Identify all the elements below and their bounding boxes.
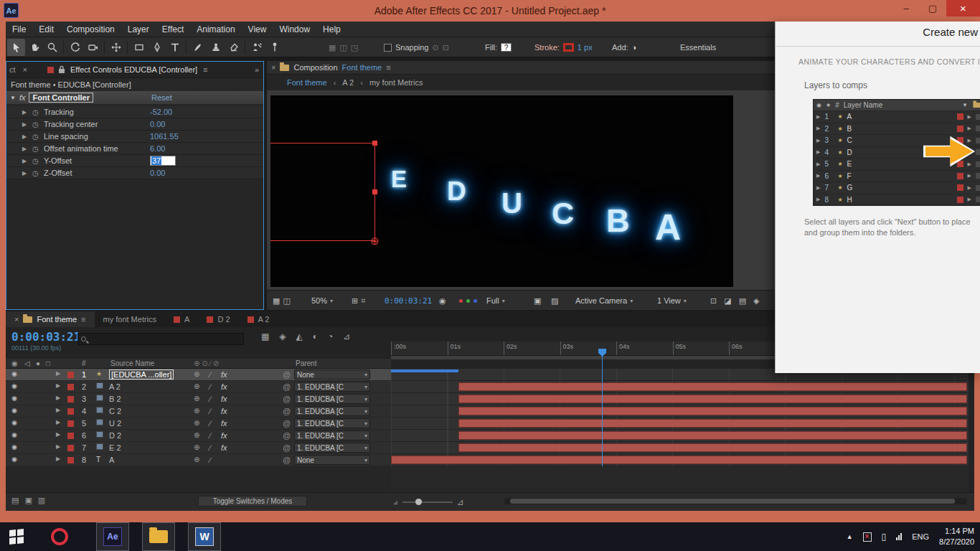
cut-tab[interactable]: ct [9, 65, 16, 74]
mask-visibility-icon[interactable]: ⌗ [361, 296, 365, 306]
quality-switch[interactable]: ∕ [209, 382, 211, 391]
comp-timecode[interactable]: 0:00:03:21 [385, 291, 432, 311]
menu-item[interactable]: Animation [190, 22, 241, 37]
layer-name[interactable]: E 2 [109, 443, 121, 452]
graph-editor-icon[interactable]: ⊿ [343, 331, 350, 342]
label-color-swatch[interactable] [67, 384, 74, 390]
selection-tool[interactable] [7, 39, 25, 56]
twirl-icon[interactable]: ▶ [816, 126, 820, 131]
menu-item[interactable]: Edit [32, 22, 60, 37]
parent-pickwhip-icon[interactable]: @ [283, 443, 291, 452]
parent-dropdown[interactable]: 1. EDUCBA [C▾ [294, 406, 370, 416]
property-value[interactable]: -52.00 [150, 108, 172, 116]
layer-name[interactable]: [EDUCBA ...oller] [109, 370, 174, 379]
collapse-switch[interactable]: ⊕ [194, 419, 199, 427]
layer-row[interactable]: ◉ ▶ 3 B 2 ⊕ ∕ fx @ 1. EDUCBA [C▾ [6, 393, 391, 405]
type-tool[interactable] [166, 39, 184, 56]
close-tab-icon[interactable]: × [271, 63, 275, 72]
layer-row[interactable]: ◉ ▶ 5 U 2 ⊕ ∕ fx @ 1. EDUCBA [C▾ [6, 418, 391, 430]
label-color-swatch[interactable] [67, 445, 74, 451]
property-value[interactable]: 0.00 [150, 120, 165, 128]
visibility-toggle[interactable]: ◉ [11, 407, 17, 414]
timeline-tab[interactable]: A [165, 311, 198, 327]
layer-3-bar[interactable] [458, 395, 967, 403]
world-axis-icon[interactable]: ◫ [339, 43, 347, 52]
layer-name[interactable]: E [847, 160, 953, 168]
flowchart-icon[interactable]: ▦ [273, 296, 280, 306]
panel-menu-icon[interactable]: ≡ [81, 315, 85, 324]
twirl-down-icon[interactable]: ▼ [10, 95, 16, 101]
close-button[interactable]: × [946, 0, 980, 17]
twirl-icon[interactable]: ▶ [56, 419, 60, 425]
horizontal-scrollbar-thumb[interactable] [510, 499, 955, 504]
twirl-icon[interactable]: ▶ [22, 170, 27, 176]
effect-name[interactable]: Font Controller [29, 93, 93, 103]
layer-row[interactable]: ◉ ▶ 1 ★ [EDUCBA ...oller] ⊕ ∕ fx @ None▾ [6, 369, 391, 381]
fx-switch[interactable]: fx [221, 395, 227, 403]
composition-canvas[interactable]: EDUCBA ⊕ [270, 95, 733, 287]
screen-icon[interactable]: ◫ [283, 296, 290, 306]
twirl-icon[interactable]: ▶ [816, 114, 820, 120]
twirl-icon[interactable]: ▶ [968, 114, 971, 120]
panel-menu-icon[interactable]: ≡ [203, 65, 207, 74]
color-channels-icon[interactable] [459, 291, 478, 311]
source-name-column-header[interactable]: Source Name [110, 359, 154, 367]
twirl-icon[interactable]: ▶ [22, 109, 27, 116]
word-taskbar-button[interactable]: W [188, 522, 221, 551]
menu-item[interactable]: Layer [121, 22, 156, 37]
parent-dropdown[interactable]: 1. EDUCBA [C▾ [294, 382, 370, 392]
parent-pickwhip-icon[interactable]: @ [283, 382, 291, 391]
parent-dropdown[interactable]: None▾ [294, 369, 370, 380]
quality-switch[interactable]: ∕ [209, 407, 211, 415]
parent-dropdown[interactable]: 1. EDUCBA [C▾ [294, 430, 370, 441]
fx-switch[interactable]: fx [221, 443, 227, 452]
label-color-swatch[interactable] [67, 433, 74, 439]
visibility-toggle[interactable]: ◉ [11, 395, 17, 402]
twirl-icon[interactable]: ▶ [56, 431, 60, 438]
parent-pickwhip-icon[interactable]: @ [283, 407, 291, 415]
panel-tab-title[interactable]: Effect Controls EDUCBA [Controller] [70, 65, 197, 74]
breadcrumb-item[interactable]: A 2 [334, 78, 354, 87]
fill-swatch[interactable]: ? [501, 43, 512, 52]
quality-switch[interactable]: ∕ [209, 443, 211, 452]
label-color-swatch[interactable] [67, 396, 74, 402]
layer-6-bar[interactable] [458, 431, 967, 440]
label-color-swatch[interactable] [47, 67, 54, 73]
stopwatch-icon[interactable]: ◷ [32, 145, 39, 153]
twirl-icon[interactable]: ▶ [22, 146, 27, 152]
visibility-toggle[interactable]: ◉ [11, 443, 17, 451]
parent-dropdown[interactable]: 1. EDUCBA [C▾ [294, 443, 370, 453]
roi-icon[interactable]: ▣ [534, 291, 541, 311]
overflow-icon[interactable]: » [255, 65, 259, 74]
resolution-dropdown[interactable]: Full▾ [486, 291, 505, 311]
property-value[interactable]: 6.00 [150, 144, 165, 153]
flow-icon[interactable]: ◈ [753, 296, 759, 306]
parent-dropdown[interactable]: None▾ [294, 455, 370, 465]
twirl-icon[interactable]: ▶ [816, 138, 820, 143]
hand-tool[interactable] [25, 39, 43, 56]
collapse-switch[interactable]: ⊕ [194, 395, 199, 402]
selection-handle[interactable] [372, 141, 377, 146]
zoom-in-mountain-icon[interactable]: ⊿ [457, 497, 464, 507]
volume-icon[interactable] [896, 533, 902, 540]
stopwatch-icon[interactable]: ◷ [32, 157, 39, 165]
twirl-icon[interactable]: ▶ [968, 161, 971, 167]
stroke-swatch[interactable] [563, 43, 574, 52]
label-color-swatch[interactable] [67, 457, 74, 463]
visibility-toggle[interactable]: ◉ [11, 382, 17, 390]
proxy-icon[interactable]: ▣ [24, 496, 32, 505]
menu-item[interactable]: Window [273, 22, 316, 37]
minimize-button[interactable]: – [894, 0, 918, 17]
composition-tab-name[interactable]: Font theme [342, 63, 382, 72]
twirl-icon[interactable]: ▶ [968, 138, 971, 143]
timeline-icon[interactable]: ▤ [739, 296, 746, 306]
layer-name[interactable]: B [847, 125, 953, 133]
twirl-icon[interactable]: ▶ [56, 443, 60, 450]
parent-pickwhip-icon[interactable]: @ [283, 395, 291, 403]
panel-menu-icon[interactable]: ≡ [386, 63, 390, 72]
visibility-toggle[interactable]: ◉ [11, 370, 17, 377]
menu-item[interactable]: Effect [156, 22, 190, 37]
quality-switch[interactable]: ∕ [209, 456, 211, 464]
effect-header-row[interactable]: ▼ fx Font Controller Reset [6, 91, 263, 104]
menu-item[interactable]: View [242, 22, 273, 37]
